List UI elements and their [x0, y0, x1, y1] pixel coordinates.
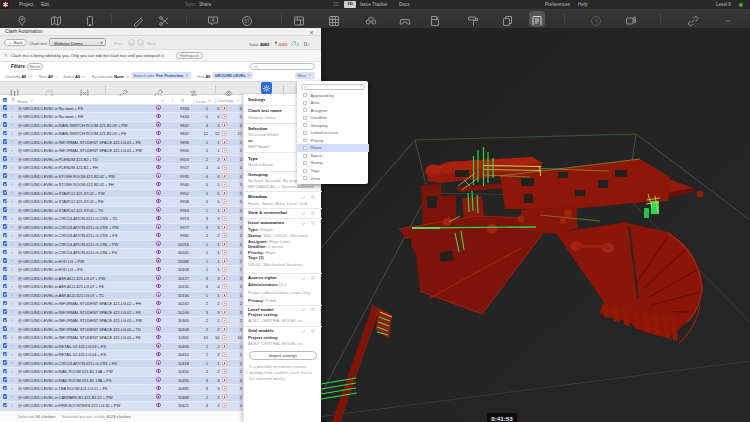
svg-text:ST: ST: [244, 18, 250, 23]
